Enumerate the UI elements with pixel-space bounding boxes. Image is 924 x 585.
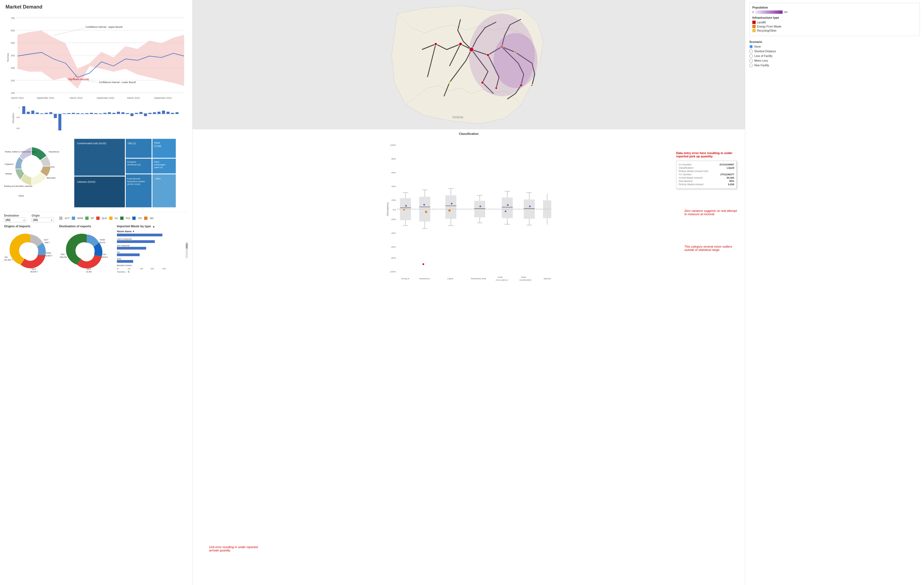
tc-number: 2T01236377 — [720, 173, 734, 176]
upper-bound-label: Confidence Interval - Upper Bound — [86, 25, 122, 28]
svg-text:48,039 T: 48,039 T — [30, 271, 38, 273]
svg-rect-32 — [31, 111, 35, 114]
svg-point-104 — [23, 245, 38, 261]
svg-point-113 — [79, 246, 94, 261]
qld-legend-swatch — [96, 216, 100, 220]
svg-text:Deviation: Deviation — [12, 113, 15, 123]
scenario-new-facility[interactable]: New Facility — [749, 64, 920, 67]
svg-text:TAS: TAS — [61, 253, 64, 256]
population-gradient — [755, 10, 783, 14]
svg-rect-53 — [126, 113, 129, 114]
destination-select[interactable]: (All) — [4, 218, 26, 222]
scenario-loss-radio[interactable] — [749, 54, 753, 58]
svg-rect-44 — [85, 113, 88, 114]
origin-select-wrapper[interactable]: (All) — [31, 218, 54, 222]
svg-rect-130 — [117, 260, 133, 263]
svg-text:VIC: VIC — [102, 253, 106, 256]
market-demand-chart: Tonnes 700 600 500 400 300 200 — [5, 12, 187, 103]
svg-point-196 — [480, 205, 481, 207]
svg-text:400: 400 — [11, 54, 15, 57]
svg-rect-102 — [132, 216, 135, 220]
scenario-metro[interactable]: Metro Levy — [749, 59, 920, 63]
svg-text:Hazardous wastes: Hazardous wastes — [49, 150, 59, 153]
svg-text:Other: Other — [154, 161, 160, 163]
svg-text:Organics: Organics — [5, 163, 13, 165]
scenario-shortest[interactable]: Shortest Distance — [749, 50, 920, 53]
donut-chart-container: Hazardous wastes Ash Biosolids Building … — [4, 139, 59, 210]
scenario-none-radio[interactable] — [749, 45, 753, 48]
svg-rect-35 — [45, 113, 48, 114]
waste-name-filter[interactable]: ▼ — [132, 230, 135, 233]
svg-text:ACT: ACT — [44, 238, 48, 241]
waste-filter-icon[interactable]: ▼ — [152, 225, 155, 228]
discrepancy-section: Classification Data entry error here res… — [193, 129, 745, 585]
svg-text:0K: 0K — [117, 268, 119, 269]
svg-text:(non-putres.): (non-putres.) — [496, 279, 508, 281]
svg-text:Oils (J): Oils (J) — [128, 142, 136, 145]
svg-rect-57 — [144, 113, 147, 116]
svg-text:Biosolids: Biosolids — [47, 177, 56, 179]
recycling-legend: Recycling/Other — [752, 29, 917, 32]
scenario-loss[interactable]: Loss of Facility — [749, 54, 920, 58]
pop-max: 2M — [784, 11, 787, 13]
svg-rect-122 — [117, 234, 162, 236]
svg-text:20%: 20% — [391, 199, 396, 202]
svg-text:-200: -200 — [16, 127, 20, 130]
svg-rect-61 — [162, 111, 165, 114]
scenario-shortest-radio[interactable] — [749, 50, 753, 53]
map-section[interactable]: Victoria — [193, 0, 745, 129]
svg-text:200: 200 — [11, 79, 15, 82]
scenario-metro-radio[interactable] — [749, 59, 753, 63]
svg-text:Metals: Metals — [5, 172, 12, 175]
svg-rect-42 — [76, 113, 79, 114]
svg-point-214 — [529, 205, 531, 207]
svg-point-139 — [459, 42, 462, 46]
svg-text:200K: 200K — [162, 268, 166, 269]
svg-rect-50 — [112, 113, 116, 114]
sa-legend-swatch — [109, 216, 112, 220]
destination-filter: Destination (All) — [4, 214, 26, 222]
svg-rect-124 — [117, 240, 155, 243]
svg-rect-98 — [85, 216, 89, 220]
svg-rect-100 — [109, 216, 112, 220]
ca-number: 2CO1234567 — [719, 163, 734, 166]
origins-title: Origins of Imports — [4, 225, 56, 228]
svg-text:Solid: Solid — [498, 276, 503, 278]
svg-rect-59 — [153, 112, 156, 114]
svg-text:-40%: -40% — [391, 232, 396, 235]
svg-text:(putrescible): (putrescible) — [519, 279, 531, 281]
svg-rect-64 — [175, 112, 178, 114]
svg-text:SA: SA — [5, 256, 8, 258]
svg-text:Oils: Oils — [117, 251, 120, 253]
waste-name-label: Waste Name ▼ — [117, 230, 184, 233]
svg-text:100: 100 — [11, 92, 15, 94]
discrepancy-value: 90% — [729, 180, 734, 182]
destination-exports: Destination of exports NSW 66,875 VIC 89… — [59, 225, 114, 274]
destination-select-wrapper[interactable]: (All) — [4, 218, 26, 222]
lower-bound-label: Confidence Interval - Lower Bound — [99, 81, 135, 84]
origin-select[interactable]: (All) — [31, 218, 54, 222]
classification-value: Liquid — [727, 167, 734, 169]
svg-text:Asbestos (N220): Asbestos (N220) — [77, 180, 96, 183]
svg-rect-31 — [27, 112, 30, 114]
scenario-new-facility-label: New Facility — [754, 64, 769, 67]
svg-line-16 — [53, 28, 84, 35]
landfill-label: Landfill — [757, 21, 766, 24]
scenario-new-facility-radio[interactable] — [749, 64, 753, 67]
svg-text:Building and demolition materi: Building and demolition materials — [4, 185, 33, 187]
svg-rect-76 — [126, 139, 152, 158]
svg-text:0%: 0% — [393, 208, 396, 211]
svg-point-168 — [405, 205, 407, 207]
scrollbar-container[interactable] — [185, 230, 188, 270]
scenario-none[interactable]: None — [749, 45, 920, 48]
svg-rect-97 — [72, 216, 75, 220]
market-demand-title: Market Demand — [5, 4, 187, 10]
svg-text:150K: 150K — [150, 268, 154, 269]
svg-text:Lead & compounds: Lead & compounds — [117, 238, 132, 240]
scenario-metro-label: Metro Levy — [754, 59, 768, 62]
svg-point-187 — [451, 203, 452, 205]
svg-text:0: 0 — [19, 106, 20, 109]
svg-text:QLD: QLD — [87, 268, 91, 270]
scrollbar-thumb[interactable] — [186, 243, 188, 249]
act-legend-swatch — [59, 216, 63, 220]
